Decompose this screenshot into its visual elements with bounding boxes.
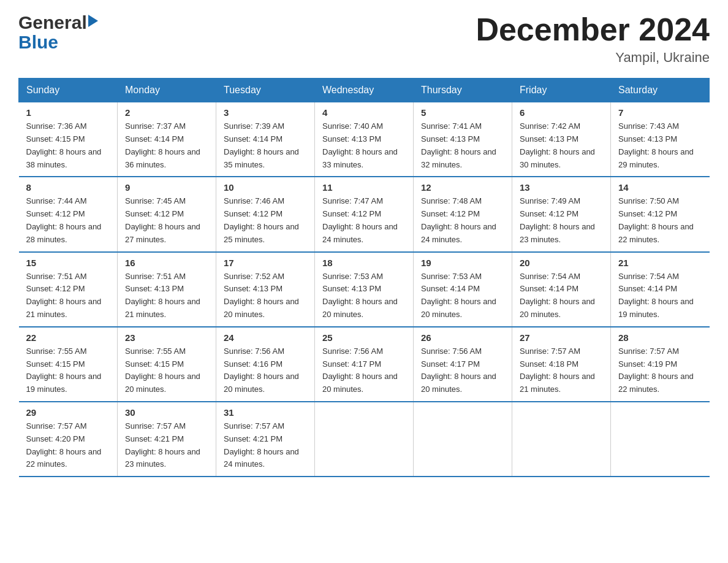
- day-number: 9: [125, 182, 208, 193]
- calendar-header: Sunday Monday Tuesday Wednesday Thursday…: [19, 79, 710, 102]
- day-number: 21: [618, 258, 702, 268]
- day-info: Sunrise: 7:56 AMSunset: 4:17 PMDaylight:…: [322, 345, 406, 396]
- calendar-cell: [512, 402, 611, 477]
- calendar-cell: 19Sunrise: 7:53 AMSunset: 4:14 PMDayligh…: [414, 252, 512, 327]
- header-tuesday: Tuesday: [216, 79, 315, 102]
- day-number: 2: [125, 107, 208, 118]
- calendar-cell: 1Sunrise: 7:36 AMSunset: 4:15 PMDaylight…: [19, 102, 118, 177]
- day-number: 8: [26, 182, 110, 193]
- calendar-cell: 4Sunrise: 7:40 AMSunset: 4:13 PMDaylight…: [315, 102, 414, 177]
- day-number: 7: [618, 107, 702, 118]
- day-info: Sunrise: 7:53 AMSunset: 4:14 PMDaylight:…: [421, 270, 504, 321]
- day-info: Sunrise: 7:57 AMSunset: 4:19 PMDaylight:…: [618, 345, 702, 396]
- day-number: 3: [224, 107, 307, 118]
- calendar-cell: 7Sunrise: 7:43 AMSunset: 4:13 PMDaylight…: [611, 102, 710, 177]
- day-info: Sunrise: 7:50 AMSunset: 4:12 PMDaylight:…: [618, 195, 702, 246]
- calendar-cell: [315, 402, 414, 477]
- day-number: 31: [224, 407, 307, 418]
- calendar-cell: 6Sunrise: 7:42 AMSunset: 4:13 PMDaylight…: [512, 102, 611, 177]
- day-info: Sunrise: 7:43 AMSunset: 4:13 PMDaylight:…: [618, 120, 702, 171]
- day-number: 20: [520, 258, 603, 268]
- calendar-cell: 23Sunrise: 7:55 AMSunset: 4:15 PMDayligh…: [118, 327, 216, 402]
- day-number: 13: [520, 182, 603, 193]
- logo-triangle-icon: [88, 15, 98, 27]
- day-info: Sunrise: 7:44 AMSunset: 4:12 PMDaylight:…: [26, 195, 110, 246]
- day-info: Sunrise: 7:54 AMSunset: 4:14 PMDaylight:…: [618, 270, 702, 321]
- day-info: Sunrise: 7:55 AMSunset: 4:15 PMDaylight:…: [125, 345, 208, 396]
- day-number: 10: [224, 182, 307, 193]
- day-info: Sunrise: 7:51 AMSunset: 4:13 PMDaylight:…: [125, 270, 208, 321]
- day-number: 16: [125, 258, 208, 268]
- day-number: 14: [618, 182, 702, 193]
- calendar-cell: 12Sunrise: 7:48 AMSunset: 4:12 PMDayligh…: [414, 177, 512, 251]
- header-monday: Monday: [118, 79, 216, 102]
- day-info: Sunrise: 7:57 AMSunset: 4:21 PMDaylight:…: [224, 420, 307, 471]
- calendar-table: Sunday Monday Tuesday Wednesday Thursday…: [18, 78, 710, 477]
- day-number: 5: [421, 107, 504, 118]
- day-info: Sunrise: 7:47 AMSunset: 4:12 PMDaylight:…: [322, 195, 406, 246]
- day-number: 17: [224, 258, 307, 268]
- day-number: 15: [26, 258, 110, 268]
- calendar-cell: 25Sunrise: 7:56 AMSunset: 4:17 PMDayligh…: [315, 327, 414, 402]
- calendar-cell: 21Sunrise: 7:54 AMSunset: 4:14 PMDayligh…: [611, 252, 710, 327]
- day-info: Sunrise: 7:40 AMSunset: 4:13 PMDaylight:…: [322, 120, 406, 171]
- day-number: 19: [421, 258, 504, 268]
- day-number: 29: [26, 407, 110, 418]
- day-info: Sunrise: 7:55 AMSunset: 4:15 PMDaylight:…: [26, 345, 110, 396]
- day-info: Sunrise: 7:56 AMSunset: 4:16 PMDaylight:…: [224, 345, 307, 396]
- calendar-cell: 20Sunrise: 7:54 AMSunset: 4:14 PMDayligh…: [512, 252, 611, 327]
- logo-blue-text: Blue: [18, 33, 58, 52]
- calendar-cell: 16Sunrise: 7:51 AMSunset: 4:13 PMDayligh…: [118, 252, 216, 327]
- day-number: 25: [322, 332, 406, 343]
- calendar-week-row: 15Sunrise: 7:51 AMSunset: 4:12 PMDayligh…: [19, 252, 710, 327]
- day-info: Sunrise: 7:57 AMSunset: 4:20 PMDaylight:…: [26, 420, 110, 471]
- header-wednesday: Wednesday: [315, 79, 414, 102]
- calendar-cell: [414, 402, 512, 477]
- day-info: Sunrise: 7:46 AMSunset: 4:12 PMDaylight:…: [224, 195, 307, 246]
- calendar-cell: 24Sunrise: 7:56 AMSunset: 4:16 PMDayligh…: [216, 327, 315, 402]
- day-info: Sunrise: 7:48 AMSunset: 4:12 PMDaylight:…: [421, 195, 504, 246]
- day-number: 27: [520, 332, 603, 343]
- day-number: 26: [421, 332, 504, 343]
- day-number: 11: [322, 182, 406, 193]
- calendar-cell: 11Sunrise: 7:47 AMSunset: 4:12 PMDayligh…: [315, 177, 414, 251]
- header-friday: Friday: [512, 79, 611, 102]
- logo-general-text: General: [18, 12, 87, 33]
- calendar-cell: 26Sunrise: 7:56 AMSunset: 4:17 PMDayligh…: [414, 327, 512, 402]
- calendar-cell: 3Sunrise: 7:39 AMSunset: 4:14 PMDaylight…: [216, 102, 315, 177]
- day-info: Sunrise: 7:39 AMSunset: 4:14 PMDaylight:…: [224, 120, 307, 171]
- day-info: Sunrise: 7:52 AMSunset: 4:13 PMDaylight:…: [224, 270, 307, 321]
- calendar-body: 1Sunrise: 7:36 AMSunset: 4:15 PMDaylight…: [19, 102, 710, 477]
- day-number: 12: [421, 182, 504, 193]
- day-number: 6: [520, 107, 603, 118]
- calendar-cell: 13Sunrise: 7:49 AMSunset: 4:12 PMDayligh…: [512, 177, 611, 251]
- calendar-week-row: 22Sunrise: 7:55 AMSunset: 4:15 PMDayligh…: [19, 327, 710, 402]
- calendar-cell: 27Sunrise: 7:57 AMSunset: 4:18 PMDayligh…: [512, 327, 611, 402]
- calendar-cell: 10Sunrise: 7:46 AMSunset: 4:12 PMDayligh…: [216, 177, 315, 251]
- day-info: Sunrise: 7:45 AMSunset: 4:12 PMDaylight:…: [125, 195, 208, 246]
- day-info: Sunrise: 7:51 AMSunset: 4:12 PMDaylight:…: [26, 270, 110, 321]
- calendar-cell: 5Sunrise: 7:41 AMSunset: 4:13 PMDaylight…: [414, 102, 512, 177]
- calendar-cell: 28Sunrise: 7:57 AMSunset: 4:19 PMDayligh…: [611, 327, 710, 402]
- day-info: Sunrise: 7:56 AMSunset: 4:17 PMDaylight:…: [421, 345, 504, 396]
- calendar-cell: 31Sunrise: 7:57 AMSunset: 4:21 PMDayligh…: [216, 402, 315, 477]
- day-info: Sunrise: 7:57 AMSunset: 4:18 PMDaylight:…: [520, 345, 603, 396]
- calendar-cell: 14Sunrise: 7:50 AMSunset: 4:12 PMDayligh…: [611, 177, 710, 251]
- day-info: Sunrise: 7:42 AMSunset: 4:13 PMDaylight:…: [520, 120, 603, 171]
- title-block: December 2024 Yampil, Ukraine: [476, 12, 710, 66]
- header-sunday: Sunday: [19, 79, 118, 102]
- logo: General Blue: [18, 12, 98, 52]
- day-info: Sunrise: 7:36 AMSunset: 4:15 PMDaylight:…: [26, 120, 110, 171]
- calendar-cell: 2Sunrise: 7:37 AMSunset: 4:14 PMDaylight…: [118, 102, 216, 177]
- day-info: Sunrise: 7:57 AMSunset: 4:21 PMDaylight:…: [125, 420, 208, 471]
- header-thursday: Thursday: [414, 79, 512, 102]
- day-number: 22: [26, 332, 110, 343]
- calendar-week-row: 1Sunrise: 7:36 AMSunset: 4:15 PMDaylight…: [19, 102, 710, 177]
- calendar-week-row: 8Sunrise: 7:44 AMSunset: 4:12 PMDaylight…: [19, 177, 710, 251]
- day-number: 24: [224, 332, 307, 343]
- calendar-cell: 15Sunrise: 7:51 AMSunset: 4:12 PMDayligh…: [19, 252, 118, 327]
- location-subtitle: Yampil, Ukraine: [476, 50, 710, 66]
- month-year-title: December 2024: [476, 12, 710, 47]
- day-info: Sunrise: 7:41 AMSunset: 4:13 PMDaylight:…: [421, 120, 504, 171]
- calendar-cell: 22Sunrise: 7:55 AMSunset: 4:15 PMDayligh…: [19, 327, 118, 402]
